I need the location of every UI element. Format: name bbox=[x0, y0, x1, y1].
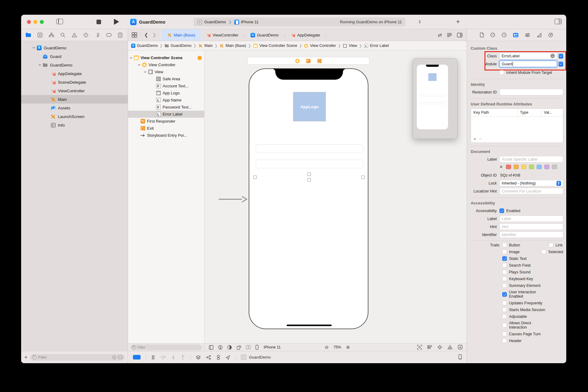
a11y-identifier-field[interactable] bbox=[499, 231, 563, 238]
tree-item-group[interactable]: GuardDemo bbox=[21, 61, 128, 69]
trait-summary-element-checkbox[interactable] bbox=[502, 283, 507, 288]
jumpbar-item-project[interactable]: A GuardDemo bbox=[131, 44, 158, 48]
localizer-hint-input[interactable] bbox=[502, 189, 561, 193]
color-swatch-red[interactable] bbox=[506, 165, 511, 169]
add-constraints-icon[interactable] bbox=[437, 345, 442, 350]
disclosure-icon[interactable] bbox=[32, 46, 35, 49]
adjust-editor-icon[interactable] bbox=[447, 33, 452, 37]
add-attribute-button[interactable]: + bbox=[473, 136, 479, 141]
outline-item-error-label[interactable]: L Error Label bbox=[128, 111, 204, 118]
scheme-selector[interactable]: GuardDemo ❯ iPhone 11 Running GuardDemo … bbox=[194, 17, 405, 26]
color-swatch-orange[interactable] bbox=[514, 165, 519, 169]
outline-item-first-responder[interactable]: First Responder bbox=[128, 118, 204, 125]
step-into-icon[interactable] bbox=[171, 355, 175, 360]
scheme-target-label[interactable]: GuardDemo bbox=[204, 20, 226, 24]
a11y-label-field[interactable] bbox=[499, 215, 563, 222]
add-tab-button[interactable]: + bbox=[456, 19, 460, 25]
exit-icon[interactable] bbox=[317, 59, 322, 63]
trait-link-checkbox[interactable] bbox=[549, 243, 553, 247]
jumpbar-item-group[interactable]: GuardDemo bbox=[164, 44, 191, 48]
breakpoints-toggle[interactable] bbox=[133, 355, 141, 360]
column-type[interactable]: Type bbox=[518, 109, 541, 116]
tab-appdelegate[interactable]: AppDelegate bbox=[285, 29, 326, 41]
first-responder-icon[interactable] bbox=[306, 59, 311, 63]
trait-keyboard-key-checkbox[interactable] bbox=[502, 276, 507, 281]
module-field[interactable]: Guard bbox=[499, 61, 557, 67]
minimize-window-button[interactable] bbox=[33, 20, 37, 24]
jumpbar-item-error-label[interactable]: L Error Label bbox=[364, 44, 389, 48]
scan-constraints-icon[interactable] bbox=[417, 345, 422, 350]
device-icon[interactable] bbox=[255, 345, 258, 350]
memory-graph-icon[interactable] bbox=[206, 355, 211, 360]
color-swatch-gray[interactable] bbox=[552, 165, 557, 169]
scene-jump-icon[interactable]: → bbox=[198, 56, 202, 60]
report-navigator-icon[interactable] bbox=[118, 32, 123, 38]
selection-handle-bottom[interactable] bbox=[307, 178, 311, 181]
simulator-preview-window[interactable] bbox=[413, 58, 458, 139]
hide-document-outline-icon[interactable] bbox=[209, 345, 213, 350]
column-key-path[interactable]: Key Path bbox=[471, 109, 518, 116]
size-inspector-icon[interactable] bbox=[537, 33, 542, 37]
tree-item-main-storyboard[interactable]: Main bbox=[21, 95, 128, 104]
source-control-navigator-icon[interactable] bbox=[37, 32, 43, 38]
trait-image-checkbox[interactable] bbox=[502, 249, 507, 254]
view-hierarchy-icon[interactable] bbox=[196, 355, 201, 360]
outline-item-account-textfield[interactable]: F Account Text... bbox=[128, 82, 204, 89]
run-button[interactable] bbox=[114, 19, 119, 25]
outline-item-app-name[interactable]: L App Name bbox=[128, 97, 204, 104]
jumpbar-item-viewcontroller[interactable]: View Controller bbox=[304, 44, 336, 48]
trait-static-text-checkbox[interactable] bbox=[502, 256, 507, 261]
color-swatch-green[interactable] bbox=[529, 165, 534, 169]
disclosure-icon[interactable] bbox=[130, 56, 133, 59]
orientation-icon[interactable] bbox=[236, 345, 241, 350]
outline-item-password-textfield[interactable]: F Password Text... bbox=[128, 104, 204, 111]
filter-options-icon[interactable] bbox=[32, 355, 37, 360]
debug-navigator-icon[interactable] bbox=[95, 32, 100, 38]
add-file-button[interactable]: + bbox=[24, 354, 28, 361]
selection-handle-top[interactable] bbox=[307, 173, 311, 176]
tab-viewcontroller[interactable]: ViewController bbox=[201, 29, 244, 41]
attributes-inspector-icon[interactable] bbox=[525, 33, 530, 37]
appearance-toggle-icon[interactable] bbox=[227, 345, 232, 350]
pause-execution-icon[interactable] bbox=[151, 355, 155, 360]
toggle-inspector-icon[interactable] bbox=[555, 19, 562, 24]
jumpbar-item-view[interactable]: View bbox=[343, 44, 357, 48]
runtime-attributes-table[interactable]: Key Path Type Val... +− bbox=[471, 108, 563, 143]
outline-item-exit[interactable]: Exit bbox=[128, 125, 204, 132]
step-over-icon[interactable] bbox=[160, 355, 166, 360]
symbol-navigator-icon[interactable] bbox=[49, 32, 54, 37]
tab-main-base[interactable]: Main (Base) bbox=[162, 29, 201, 41]
issue-navigator-icon[interactable] bbox=[72, 32, 77, 37]
disclosure-icon[interactable] bbox=[144, 70, 147, 74]
trait-user-interaction-checkbox[interactable] bbox=[502, 292, 507, 297]
outline-item-app-logo[interactable]: App Logo bbox=[128, 89, 204, 97]
device-label[interactable]: iPhone 11 bbox=[264, 345, 281, 349]
file-inspector-icon[interactable] bbox=[480, 32, 484, 37]
localizer-hint-field[interactable] bbox=[499, 188, 563, 194]
trait-updates-frequently-checkbox[interactable] bbox=[502, 301, 507, 305]
trait-button-checkbox[interactable] bbox=[502, 243, 507, 247]
a11y-identifier-input[interactable] bbox=[502, 233, 561, 237]
resolve-autolayout-icon[interactable] bbox=[447, 345, 453, 349]
a11y-label-input[interactable] bbox=[502, 217, 561, 221]
update-frames-icon[interactable] bbox=[458, 345, 462, 349]
align-icon[interactable] bbox=[427, 345, 432, 349]
zoom-out-icon[interactable]: ⊖ bbox=[325, 344, 329, 350]
outline-item-entry-point[interactable]: Storyboard Entry Poi... bbox=[128, 132, 204, 139]
close-window-button[interactable] bbox=[27, 20, 31, 24]
storyboard-canvas[interactable]: AppLogo bbox=[205, 51, 467, 343]
outline-item-viewcontroller[interactable]: View Controller bbox=[128, 61, 204, 68]
remove-attribute-button[interactable]: − bbox=[479, 136, 485, 141]
jumpbar-item-scene[interactable]: View Controller Scene bbox=[253, 44, 297, 48]
project-navigator-icon[interactable] bbox=[25, 32, 31, 37]
filter-options-icon[interactable] bbox=[132, 345, 136, 349]
app-logo-image-view[interactable]: AppLogo bbox=[293, 92, 326, 121]
a11y-hint-field[interactable] bbox=[499, 223, 563, 230]
zoom-level[interactable]: 75% bbox=[334, 345, 341, 349]
related-items-icon[interactable] bbox=[132, 32, 137, 38]
process-label[interactable]: GuardDemo bbox=[249, 355, 271, 360]
column-value[interactable]: Val... bbox=[541, 110, 552, 115]
toggle-navigator-icon[interactable] bbox=[56, 19, 63, 24]
test-navigator-icon[interactable] bbox=[83, 32, 89, 38]
history-inspector-icon[interactable] bbox=[490, 32, 495, 37]
